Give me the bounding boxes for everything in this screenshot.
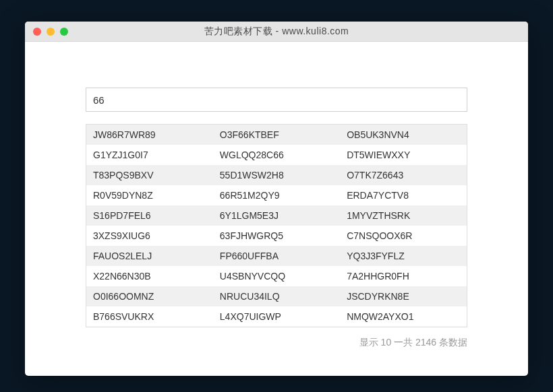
table-cell: X22N66N30B (86, 266, 213, 286)
traffic-lights (33, 28, 68, 36)
status-text: 显示 10 一共 2146 条数据 (86, 337, 467, 349)
table-cell: 6Y1LGM5E3J (213, 205, 340, 226)
table-cell: 66R51M2QY9 (213, 185, 340, 205)
minimize-icon[interactable] (47, 28, 55, 36)
table-row: R0V59DYN8Z66R51M2QY9ERDA7YCTV8 (86, 185, 467, 205)
table-row: S16PD7FEL66Y1LGM5E3J1MYVZTHSRK (86, 205, 467, 226)
close-icon[interactable] (33, 28, 41, 36)
table-cell: O3F66KTBEF (213, 125, 340, 145)
table-cell: WGLQQ28C66 (213, 145, 340, 165)
table-row: JW86R7WR89O3F66KTBEFOB5UK3NVN4 (86, 125, 467, 145)
table-cell: 3XZS9XIUG6 (86, 226, 213, 246)
table-cell: JW86R7WR89 (86, 125, 213, 145)
table-cell: S16PD7FEL6 (86, 205, 213, 226)
search-input[interactable] (86, 88, 467, 112)
table-row: G1YZJ1G0I7WGLQQ28C66DT5WIEWXXY (86, 145, 467, 165)
table-cell: FP660UFFBA (213, 246, 340, 266)
table-cell: 1MYVZTHSRK (340, 205, 467, 226)
table-row: T83PQS9BXV55D1WSW2H8O7TK7Z6643 (86, 165, 467, 185)
table-cell: YQ3J3FYFLZ (340, 246, 467, 266)
table-cell: 7A2HHGR0FH (340, 266, 467, 286)
table-cell: C7NSQOOX6R (340, 226, 467, 246)
window-title: 苦力吧素材下载 - www.kuli8.com (25, 26, 528, 38)
table-cell: 63FJHWGRQ5 (213, 226, 340, 246)
table-row: 3XZS9XIUG663FJHWGRQ5C7NSQOOX6R (86, 226, 467, 246)
table-cell: O0I66OOMNZ (86, 286, 213, 306)
table-cell: 55D1WSW2H8 (213, 165, 340, 185)
table-cell: T83PQS9BXV (86, 165, 213, 185)
table-cell: ERDA7YCTV8 (340, 185, 467, 205)
titlebar[interactable]: 苦力吧素材下载 - www.kuli8.com (25, 22, 528, 42)
app-window: 苦力吧素材下载 - www.kuli8.com JW86R7WR89O3F66K… (25, 22, 528, 376)
table-cell: NMQW2AYXO1 (340, 306, 467, 327)
table-cell: OB5UK3NVN4 (340, 125, 467, 145)
results-table: JW86R7WR89O3F66KTBEFOB5UK3NVN4G1YZJ1G0I7… (86, 124, 467, 327)
table-cell: NRUCU34ILQ (213, 286, 340, 306)
table-cell: R0V59DYN8Z (86, 185, 213, 205)
table-row: B766SVUKRXL4XQ7UIGWPNMQW2AYXO1 (86, 306, 467, 327)
table-cell: U4SBNYVCQQ (213, 266, 340, 286)
table-cell: O7TK7Z6643 (340, 165, 467, 185)
table-cell: G1YZJ1G0I7 (86, 145, 213, 165)
table-row: O0I66OOMNZNRUCU34ILQJSCDYRKN8E (86, 286, 467, 306)
table-cell: DT5WIEWXXY (340, 145, 467, 165)
maximize-icon[interactable] (60, 28, 68, 36)
table-row: X22N66N30BU4SBNYVCQQ7A2HHGR0FH (86, 266, 467, 286)
table-cell: L4XQ7UIGWP (213, 306, 340, 327)
table-cell: FAUOS2LELJ (86, 246, 213, 266)
content-area: JW86R7WR89O3F66KTBEFOB5UK3NVN4G1YZJ1G0I7… (25, 42, 528, 376)
table-cell: B766SVUKRX (86, 306, 213, 327)
table-row: FAUOS2LELJFP660UFFBAYQ3J3FYFLZ (86, 246, 467, 266)
table-cell: JSCDYRKN8E (340, 286, 467, 306)
